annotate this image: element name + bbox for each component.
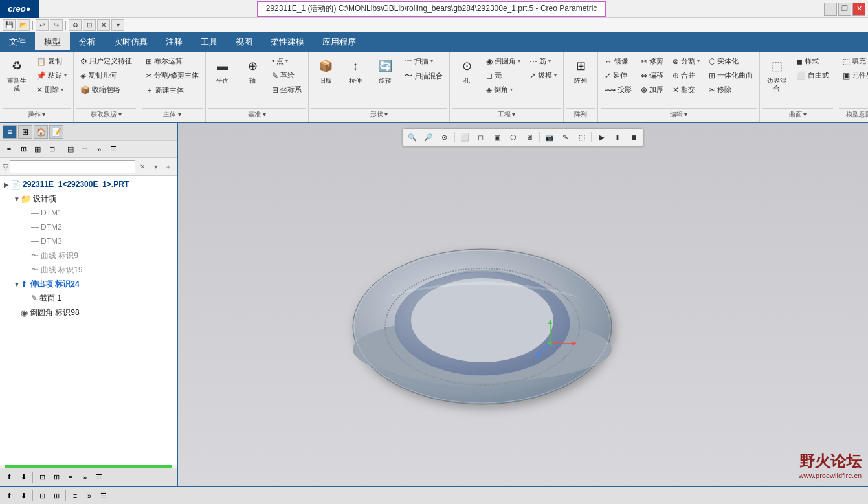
- pb-btn-5[interactable]: ≡: [64, 471, 77, 484]
- panel-tool-more[interactable]: »: [93, 143, 106, 156]
- intersect-button[interactable]: ✕相交: [669, 83, 704, 96]
- zoom-fit-button[interactable]: ⊙: [437, 130, 452, 144]
- copy-button[interactable]: 📋复制: [32, 54, 71, 68]
- round-button[interactable]: ◉倒圆角 ▾: [482, 54, 524, 68]
- panel-tab-tree[interactable]: ≡: [3, 125, 17, 139]
- filter-clear-button[interactable]: ✕: [137, 161, 148, 173]
- tree-item-dtm3[interactable]: — DTM3: [0, 234, 177, 248]
- restore-button[interactable]: ❒: [838, 3, 851, 16]
- close-window-button[interactable]: ✕: [97, 19, 110, 31]
- split-button[interactable]: ⊗分割 ▾: [669, 54, 704, 68]
- extrude-button[interactable]: ↕ 拉伸: [341, 54, 370, 91]
- view-orient-2[interactable]: ◻: [473, 130, 489, 144]
- project-button[interactable]: ⟿投影: [601, 83, 636, 96]
- zoom-out-button[interactable]: 🔎: [421, 130, 436, 144]
- bb-btn-3[interactable]: ⊡: [36, 489, 49, 502]
- bb-btn-4[interactable]: ⊞: [50, 489, 63, 502]
- tree-item-round98[interactable]: ◉ 倒圆角 标识98: [0, 305, 177, 320]
- view-play[interactable]: ▶: [594, 130, 610, 144]
- user-defined-feature-button[interactable]: ⚙用户定义特征: [76, 54, 136, 68]
- undo-button[interactable]: ↩: [36, 19, 49, 31]
- bb-btn-menu[interactable]: ☰: [97, 489, 110, 502]
- view-stop[interactable]: ⏹: [627, 130, 642, 144]
- menu-apps[interactable]: 应用程序: [313, 32, 365, 52]
- bb-btn-5[interactable]: ≡: [69, 489, 82, 502]
- pattern-button[interactable]: ⊞ 阵列: [566, 54, 595, 91]
- pb-btn-1[interactable]: ⬆: [3, 471, 16, 484]
- axis-button[interactable]: ⊕ 轴: [238, 54, 267, 91]
- copy-geometry-button[interactable]: ◈复制几何: [76, 69, 136, 82]
- component-interface-button[interactable]: ▣元件界面: [839, 69, 868, 82]
- shell-button[interactable]: ◻壳: [482, 69, 524, 82]
- menu-view[interactable]: 视图: [227, 32, 262, 52]
- open-button[interactable]: 📂: [17, 19, 30, 31]
- regenerate-button[interactable]: ♻ 重新生成: [3, 54, 31, 96]
- view-pause[interactable]: ⏸: [610, 130, 626, 144]
- legacy-button[interactable]: 📦 旧版: [311, 54, 340, 91]
- tree-item-section1[interactable]: ✎ 截面 1: [0, 291, 177, 305]
- menu-annotation[interactable]: 注释: [157, 32, 192, 52]
- panel-tab-list[interactable]: ⊞: [18, 125, 32, 139]
- view-datum[interactable]: ⬚: [574, 130, 590, 144]
- extend-button[interactable]: ⤢延伸: [601, 69, 636, 82]
- draft-button[interactable]: ↗拔模 ▾: [526, 69, 561, 82]
- filter-input[interactable]: [10, 160, 135, 173]
- bb-btn-more[interactable]: »: [83, 489, 96, 502]
- delete-button[interactable]: ✕删除 ▾: [32, 83, 71, 96]
- menu-analysis[interactable]: 分析: [70, 32, 105, 52]
- save-button[interactable]: 💾: [3, 19, 16, 31]
- blend-sweep-button[interactable]: 〜扫描混合: [401, 69, 447, 83]
- revolve-button[interactable]: 🔄 旋转: [371, 54, 399, 91]
- point-button[interactable]: •点 ▾: [268, 54, 306, 68]
- filter-add-button[interactable]: ＋: [162, 161, 174, 173]
- tree-item-curve19[interactable]: 〜 曲线 标识19: [0, 263, 177, 277]
- boolean-button[interactable]: ⊞布尔运算: [142, 54, 203, 68]
- regen-button[interactable]: ♻: [69, 19, 82, 31]
- customize-button[interactable]: ▾: [111, 19, 124, 31]
- bb-btn-1[interactable]: ⬆: [3, 489, 16, 502]
- tree-item-dtm2[interactable]: — DTM2: [0, 220, 177, 234]
- panel-tool-4[interactable]: ⊡: [45, 143, 58, 156]
- tree-item-dtm1[interactable]: — DTM1: [0, 206, 177, 220]
- panel-tab-home[interactable]: 🏠: [34, 125, 48, 139]
- menu-tools[interactable]: 工具: [192, 32, 227, 52]
- panel-tool-1[interactable]: ≡: [3, 143, 16, 156]
- redo-button[interactable]: ↪: [50, 19, 63, 31]
- close-button[interactable]: ✕: [852, 3, 865, 16]
- panel-tool-5[interactable]: ▤: [64, 143, 77, 156]
- filter-dropdown-button[interactable]: ▾: [150, 161, 161, 173]
- pb-btn-more[interactable]: »: [78, 471, 91, 484]
- sweep-button[interactable]: 〰扫描 ▾: [401, 54, 447, 68]
- switch-window-button[interactable]: ⊡: [83, 19, 96, 31]
- pb-btn-menu[interactable]: ☰: [93, 471, 106, 484]
- remove-button[interactable]: ✂移除: [705, 83, 757, 96]
- rib-button[interactable]: ⋯筋 ▾: [526, 54, 561, 68]
- menu-realtime-sim[interactable]: 实时仿真: [105, 32, 157, 52]
- pb-btn-2[interactable]: ⬇: [17, 471, 30, 484]
- merge-button[interactable]: ⊕合并: [669, 69, 704, 82]
- view-orient-1[interactable]: ⬜: [457, 130, 473, 144]
- sketch-button[interactable]: ✎草绘: [268, 69, 306, 82]
- coord-sys-button[interactable]: ⊟坐标系: [268, 83, 306, 96]
- zoom-in-button[interactable]: 🔍: [405, 130, 420, 144]
- panel-tab-notes[interactable]: 📝: [49, 125, 63, 139]
- paste-button[interactable]: 📌粘贴 ▾: [32, 69, 71, 82]
- fill-button[interactable]: ⬚填充: [839, 54, 868, 68]
- view-orient-4[interactable]: ⬡: [506, 130, 521, 144]
- view-display-1[interactable]: 🖥: [522, 130, 537, 144]
- panel-tool-3[interactable]: ▦: [31, 143, 44, 156]
- tree-item-design[interactable]: ▼ 📁 设计项: [0, 192, 177, 206]
- mirror-button[interactable]: ↔镜像: [601, 54, 636, 68]
- boundary-blend-button[interactable]: ⬚ 边界混合: [762, 54, 791, 96]
- plane-button[interactable]: ▬ 平面: [208, 54, 237, 91]
- pb-btn-4[interactable]: ⊞: [50, 471, 63, 484]
- hole-button[interactable]: ⊙ 孔: [452, 54, 481, 91]
- freestyle-button[interactable]: ⬜自由式: [792, 69, 833, 82]
- offset-button[interactable]: ⇔偏移: [637, 69, 667, 82]
- view-annotate[interactable]: ✎: [558, 130, 573, 144]
- tree-item-curve9[interactable]: 〜 曲线 标识9: [0, 248, 177, 263]
- panel-tool-2[interactable]: ⊞: [17, 143, 30, 156]
- shrink-wrap-button[interactable]: 📦收缩包络: [76, 83, 136, 96]
- unify-surface-button[interactable]: ⊞一体化曲面: [705, 69, 757, 82]
- tree-item-extrude24[interactable]: ▼ ⬆ 伸出项 标识24: [0, 277, 177, 291]
